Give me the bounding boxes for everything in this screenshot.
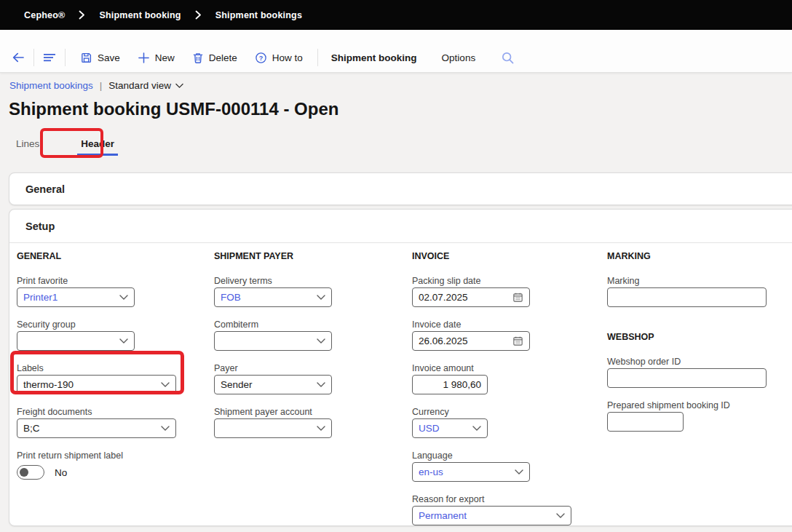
delete-button-label: Delete [209, 52, 237, 63]
chevron-down-icon[interactable] [317, 295, 325, 301]
field-delivery-terms: Delivery terms FOB [214, 276, 332, 307]
shipment-payer-account-combobox[interactable] [214, 418, 332, 438]
chevron-down-icon[interactable] [515, 469, 523, 475]
webshop-order-id-input[interactable] [607, 368, 767, 388]
field-value: Sender [221, 379, 312, 390]
breadcrumb-module[interactable]: Shipment booking [99, 10, 181, 20]
brand-link[interactable]: Cepheo® [24, 10, 65, 20]
field-freight-documents: Freight documents B;C [17, 407, 176, 438]
freight-documents-combobox[interactable]: B;C [17, 418, 176, 438]
field-print-return-shipment-label: Print return shipment label No [17, 450, 176, 480]
field-print-favorite: Print favorite Printer1 [17, 276, 176, 307]
toggle-state-label: No [55, 467, 67, 478]
field-group-marking: MARKING Marking WEBSHOP Webshop order ID… [607, 251, 767, 444]
field-group-invoice: INVOICE Packing slip date 02.07.2025 Inv… [412, 251, 571, 532]
save-button[interactable]: Save [80, 52, 120, 64]
field-value: 1 980,60 [419, 379, 481, 390]
security-group-combobox[interactable] [17, 331, 135, 351]
general-fasttab-title: General [25, 183, 65, 195]
chevron-down-icon[interactable] [317, 382, 325, 388]
field-label: Freight documents [17, 407, 176, 417]
field-label: Shipment payer account [214, 407, 332, 417]
chevron-down-icon[interactable] [119, 338, 128, 344]
field-combiterm: Combiterm [214, 319, 332, 351]
print-favorite-combobox[interactable]: Printer1 [17, 287, 135, 307]
field-label: Labels [17, 363, 176, 373]
view-selector[interactable]: Standard view [108, 80, 183, 91]
field-label: Invoice date [412, 319, 571, 330]
search-icon[interactable] [501, 51, 515, 65]
page-title: Shipment booking USMF-000114 - Open [9, 99, 338, 119]
plus-icon [138, 52, 150, 64]
group-header-webshop: WEBSHOP [607, 332, 767, 342]
chevron-down-icon[interactable] [161, 382, 170, 388]
field-value: 26.06.2025 [419, 336, 508, 346]
chevron-down-icon[interactable] [161, 426, 170, 432]
field-currency: Currency USD [412, 407, 571, 438]
action-tab-shipment-booking[interactable]: Shipment booking [331, 52, 417, 63]
back-button[interactable] [9, 48, 28, 67]
field-group-general: GENERAL Print favorite Printer1 Security… [17, 251, 176, 492]
chevron-down-icon[interactable] [317, 338, 325, 344]
chevron-down-icon[interactable] [556, 513, 565, 519]
how-to-button-label: How to [272, 52, 303, 63]
tab-header[interactable]: Header [77, 137, 118, 156]
labels-combobox[interactable]: thermo-190 [17, 375, 176, 394]
calendar-icon[interactable] [512, 336, 523, 346]
field-marking: Marking [607, 276, 767, 307]
setup-fasttab-title: Setup [25, 221, 55, 232]
field-value: Printer1 [23, 292, 115, 303]
invoice-amount-input[interactable]: 1 980,60 [412, 375, 488, 394]
language-combobox[interactable]: en-us [412, 462, 530, 482]
field-label: Packing slip date [412, 276, 571, 286]
field-labels: Labels thermo-190 [17, 363, 176, 394]
field-value: Permanent [419, 510, 552, 521]
field-value: 02.07.2025 [419, 292, 508, 303]
breadcrumb-page[interactable]: Shipment bookings [215, 10, 302, 20]
toolbar-divider [33, 49, 34, 66]
chevron-down-icon[interactable] [119, 295, 128, 301]
field-group-shipment-payer: SHIPMENT PAYER Delivery terms FOB Combit… [214, 251, 332, 450]
list-page-link[interactable]: Shipment bookings [9, 80, 93, 91]
new-button[interactable]: New [138, 52, 175, 64]
delivery-terms-combobox[interactable]: FOB [214, 287, 332, 307]
chevron-down-icon[interactable] [472, 426, 481, 432]
breadcrumb-chevron-icon [195, 10, 202, 20]
how-to-button[interactable]: ? How to [255, 52, 303, 64]
invoice-date-input[interactable]: 26.06.2025 [412, 331, 530, 351]
field-value: FOB [221, 292, 312, 303]
group-header-general: GENERAL [17, 251, 176, 261]
record-tabs: Lines Header [15, 137, 118, 156]
setup-fasttab-header[interactable]: Setup [9, 210, 792, 243]
action-pane: Save New Delete [0, 30, 792, 73]
field-label: Print return shipment label [17, 450, 176, 461]
calendar-icon[interactable] [512, 292, 523, 303]
toggle-knob [20, 468, 28, 477]
payer-combobox[interactable]: Sender [214, 375, 332, 394]
field-invoice-date: Invoice date 26.06.2025 [412, 319, 571, 351]
delete-button[interactable]: Delete [192, 52, 237, 64]
marking-input[interactable] [607, 287, 767, 307]
combiterm-combobox[interactable] [214, 331, 332, 351]
field-value: thermo-190 [23, 379, 157, 390]
packing-slip-date-input[interactable]: 02.07.2025 [412, 287, 530, 307]
field-packing-slip-date: Packing slip date 02.07.2025 [412, 276, 571, 307]
field-label: Marking [607, 276, 767, 286]
chevron-down-icon [175, 83, 183, 89]
tab-lines[interactable]: Lines [15, 137, 41, 155]
action-tab-options[interactable]: Options [442, 52, 476, 63]
chevron-down-icon[interactable] [317, 426, 325, 432]
field-label: Reason for export [412, 494, 571, 504]
print-return-label-toggle[interactable] [17, 465, 44, 480]
currency-combobox[interactable]: USD [412, 418, 488, 438]
svg-text:?: ? [259, 54, 263, 61]
field-label: Combiterm [214, 319, 332, 330]
prepared-shipment-booking-id-input[interactable] [607, 412, 684, 432]
reason-for-export-combobox[interactable]: Permanent [412, 506, 571, 525]
new-button-label: New [155, 52, 175, 63]
field-label: Language [412, 450, 571, 461]
general-fasttab[interactable]: General [9, 172, 792, 205]
toolbar-divider [65, 49, 66, 66]
setup-fasttab: Setup GENERAL Print favorite Printer1 Se… [9, 209, 792, 526]
collapse-menu-icon[interactable] [40, 48, 59, 67]
